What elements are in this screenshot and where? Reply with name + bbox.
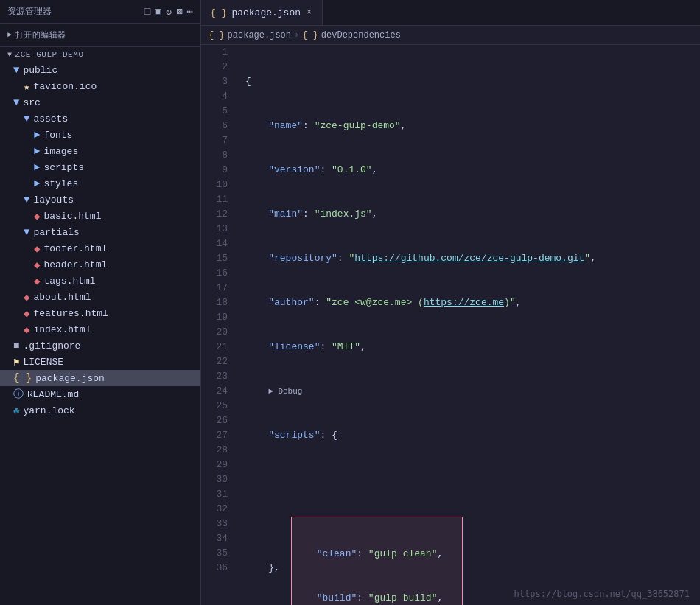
sidebar-item-header-html[interactable]: ◆ header.html: [0, 256, 200, 273]
sidebar-item-yarn-lock[interactable]: ☘ yarn.lock: [0, 402, 200, 419]
sidebar-item-assets[interactable]: ▼ assets: [0, 111, 200, 127]
sidebar-item-package-json[interactable]: { } package.json: [0, 370, 200, 386]
images-folder-icon: ►: [34, 145, 40, 157]
src-folder-icon: ▼: [13, 97, 19, 108]
package-json-icon: { }: [13, 372, 32, 384]
header-html-icon: ◆: [34, 259, 40, 271]
features-html-icon: ◆: [24, 307, 29, 320]
breadcrumb: { } package.json › { } devDependencies: [201, 26, 700, 45]
open-editors-section: ► 打开的编辑器: [0, 24, 200, 47]
code-line-3: "version": "0.1.0",: [245, 163, 700, 178]
sidebar-item-scripts[interactable]: ► scripts: [0, 159, 200, 175]
sidebar-item-public[interactable]: ▼ public: [0, 62, 200, 78]
about-html-icon: ◆: [24, 291, 29, 304]
sidebar-item-readme[interactable]: ⓘ README.md: [0, 386, 200, 402]
fonts-folder-icon: ►: [34, 129, 40, 141]
tags-html-icon: ◆: [34, 275, 40, 287]
gitignore-icon: ■: [13, 340, 19, 352]
editor-area: { } package.json × { } package.json › { …: [201, 0, 700, 605]
code-line-5: "repository": "https://github.com/zce/zc…: [245, 251, 700, 266]
sidebar-item-layouts[interactable]: ▼ layouts: [0, 192, 200, 208]
open-editors-chevron: ►: [7, 31, 13, 39]
project-chevron: ▼: [7, 51, 13, 59]
code-line-7: "license": "MIT",: [245, 340, 700, 354]
project-label[interactable]: ▼ ZCE-GULP-DEMO: [0, 47, 200, 62]
scripts-folder-icon: ►: [34, 161, 40, 173]
sidebar-item-styles[interactable]: ► styles: [0, 175, 200, 192]
more-icon[interactable]: ⋯: [187, 5, 193, 18]
open-editors-label[interactable]: ► 打开的编辑器: [0, 27, 200, 43]
sidebar-item-images[interactable]: ► images: [0, 143, 200, 159]
new-file-icon[interactable]: □: [144, 6, 150, 18]
breadcrumb-icon2: { }: [302, 30, 318, 41]
tab-label: package.json: [231, 7, 301, 18]
code-line-9: "scripts": {: [245, 428, 700, 443]
footer-html-icon: ◆: [34, 242, 40, 255]
breadcrumb-part1: package.json: [228, 30, 291, 41]
code-editor[interactable]: 1 2 3 4 5 6 7 8 9 10 11 12 13 14 15 16 1…: [201, 45, 700, 605]
tab-icon: { }: [210, 7, 227, 18]
line-numbers: 1 2 3 4 5 6 7 8 9 10 11 12 13 14 15 16 1…: [201, 45, 238, 605]
assets-folder-icon: ▼: [24, 113, 29, 125]
code-line-1: {: [245, 74, 700, 89]
sidebar-item-src[interactable]: ▼ src: [0, 94, 200, 111]
sidebar-item-about-html[interactable]: ◆ about.html: [0, 289, 200, 305]
sidebar-item-basic-html[interactable]: ◆ basic.html: [0, 208, 200, 224]
code-line-4: "main": "index.js",: [245, 207, 700, 222]
sidebar-icons: □ ▣ ↻ ⊠ ⋯: [144, 5, 193, 18]
code-content[interactable]: { "name": "zce-gulp-demo", "version": "0…: [238, 45, 700, 605]
sidebar-title: 资源管理器: [7, 5, 52, 18]
tab-close-button[interactable]: ×: [305, 7, 313, 18]
sidebar: 资源管理器 □ ▣ ↻ ⊠ ⋯ ► 打开的编辑器 ▼ ZCE-GULP-DEMO…: [0, 0, 201, 605]
basic-html-icon: ◆: [34, 210, 40, 223]
sidebar-item-favicon[interactable]: ★ favicon.ico: [0, 78, 200, 94]
watermark: https://blog.csdn.net/qq_38652871: [514, 589, 690, 599]
layouts-folder-icon: ▼: [24, 194, 29, 206]
sidebar-item-tags-html[interactable]: ◆ tags.html: [0, 273, 200, 289]
sidebar-header: 资源管理器 □ ▣ ↻ ⊠ ⋯: [0, 0, 200, 24]
tab-bar: { } package.json ×: [201, 0, 700, 26]
code-line-6: "author": "zce <w@zce.me> (https://zce.m…: [245, 295, 700, 310]
tab-package-json[interactable]: { } package.json ×: [201, 0, 323, 26]
sidebar-item-footer-html[interactable]: ◆ footer.html: [0, 240, 200, 256]
styles-folder-icon: ►: [34, 178, 40, 189]
collapse-icon[interactable]: ⊠: [176, 5, 182, 18]
partials-folder-icon: ▼: [24, 226, 29, 238]
sidebar-item-features-html[interactable]: ◆ features.html: [0, 305, 200, 321]
sidebar-item-license[interactable]: ⚑ LICENSE: [0, 354, 200, 370]
code-line-10: "clean": "gulp clean", "build": "gulp bu…: [245, 502, 700, 517]
code-line-2: "name": "zce-gulp-demo",: [245, 119, 700, 133]
license-icon: ⚑: [13, 356, 19, 368]
breadcrumb-sep: ›: [294, 30, 299, 41]
favicon-icon: ★: [24, 80, 29, 93]
code-line-8: ► Debug: [245, 384, 700, 399]
yarn-lock-icon: ☘: [13, 405, 19, 417]
breadcrumb-part2: devDependencies: [321, 30, 401, 41]
readme-icon: ⓘ: [13, 388, 24, 401]
sidebar-item-gitignore[interactable]: ■ .gitignore: [0, 338, 200, 354]
refresh-icon[interactable]: ↻: [166, 5, 172, 18]
sidebar-item-index-html[interactable]: ◆ index.html: [0, 321, 200, 338]
new-folder-icon[interactable]: ▣: [155, 5, 161, 18]
sidebar-item-fonts[interactable]: ► fonts: [0, 127, 200, 143]
file-tree: ▼ public ★ favicon.ico ▼ src ▼ assets ► …: [0, 62, 200, 419]
sidebar-item-partials[interactable]: ▼ partials: [0, 224, 200, 240]
index-html-icon: ◆: [24, 324, 29, 336]
folder-open-icon: ▼: [13, 64, 19, 76]
breadcrumb-icon1: { }: [209, 30, 225, 41]
